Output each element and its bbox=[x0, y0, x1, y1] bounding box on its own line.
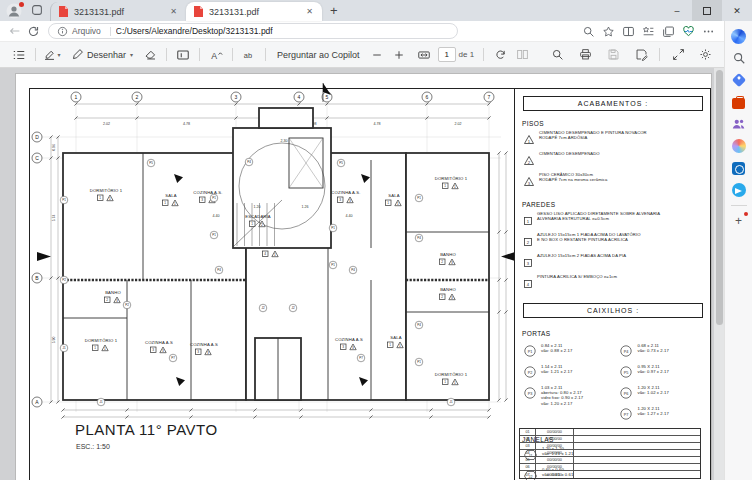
ask-copilot-button[interactable]: Perguntar ao Copilot bbox=[277, 50, 360, 60]
parede-item-3: 3AZULEJO 15x15cm 2 FIADAS ACIMA DA PIA bbox=[524, 253, 704, 271]
sidebar-search-icon[interactable] bbox=[729, 48, 749, 68]
refresh-icon[interactable] bbox=[24, 23, 42, 39]
svg-text:2.02: 2.02 bbox=[103, 122, 110, 126]
sidebar-customize-icon[interactable]: + bbox=[729, 211, 749, 231]
parede-item-1-icon: 1 bbox=[524, 211, 532, 229]
revision-date: 00/00/00 bbox=[536, 436, 574, 442]
svg-text:2: 2 bbox=[441, 260, 443, 264]
edge-sidebar: + bbox=[724, 21, 752, 480]
tab-close-icon[interactable]: ✕ bbox=[167, 6, 180, 17]
favorites-bar-icon[interactable] bbox=[638, 23, 658, 39]
svg-text:4.78: 4.78 bbox=[374, 122, 381, 126]
find-search-icon[interactable] bbox=[578, 23, 598, 39]
vertical-scrollbar[interactable] bbox=[714, 68, 724, 480]
draw-button[interactable]: Desenhar ▾ bbox=[71, 46, 133, 64]
parede-item-4-icon: 4 bbox=[524, 274, 532, 292]
svg-text:DORMITÓRIO 1: DORMITÓRIO 1 bbox=[435, 372, 468, 377]
page-view-icon[interactable] bbox=[513, 46, 531, 64]
svg-text:2.30: 2.30 bbox=[281, 139, 288, 143]
svg-text:P7: P7 bbox=[171, 356, 175, 360]
table-of-contents-icon[interactable] bbox=[10, 46, 28, 64]
zoom-out-icon[interactable] bbox=[368, 46, 386, 64]
translate-icon[interactable]: ab bbox=[240, 46, 258, 64]
svg-text:COZINHA A.S: COZINHA A.S bbox=[145, 340, 173, 345]
revision-desc bbox=[574, 457, 700, 463]
add-text-icon[interactable] bbox=[174, 46, 192, 64]
page-number-input[interactable] bbox=[438, 47, 456, 62]
split-screen-icon[interactable] bbox=[618, 23, 638, 39]
tab-close-icon[interactable]: ✕ bbox=[303, 6, 316, 17]
maximize-button[interactable] bbox=[692, 0, 722, 21]
sidebar-copilot-icon[interactable] bbox=[729, 26, 749, 46]
svg-text:P1: P1 bbox=[212, 196, 216, 200]
svg-text:1: 1 bbox=[274, 253, 276, 257]
tab-title: 3213131.pdf bbox=[74, 7, 167, 17]
minimize-button[interactable]: – bbox=[662, 0, 692, 21]
revision-row-3: 0300/00/00 bbox=[520, 443, 700, 450]
svg-text:1.26: 1.26 bbox=[302, 205, 309, 209]
legend-panel: ACABAMENTOS : PISOS 1CIMENTADO DESEMPENA… bbox=[514, 88, 711, 480]
address-bar-row: Arquivo C:/Users/Alexandre/Desktop/32131… bbox=[0, 21, 724, 42]
page-info-icon[interactable] bbox=[57, 26, 68, 37]
svg-text:5.74: 5.74 bbox=[52, 215, 56, 222]
svg-text:BANHO: BANHO bbox=[105, 290, 121, 295]
svg-text:2: 2 bbox=[441, 295, 443, 299]
zoom-in-icon[interactable] bbox=[390, 46, 408, 64]
svg-text:1: 1 bbox=[527, 219, 530, 224]
sidebar-outlook-icon[interactable] bbox=[729, 158, 749, 178]
svg-text:3: 3 bbox=[162, 349, 164, 353]
svg-text:P2: P2 bbox=[62, 278, 66, 282]
revision-code: 06 bbox=[520, 464, 536, 470]
sidebar-microsoft-365-icon[interactable] bbox=[729, 92, 749, 112]
svg-text:P4: P4 bbox=[417, 323, 421, 327]
tab-2[interactable]: 3213131.pdf✕ bbox=[186, 2, 322, 21]
save-icon[interactable] bbox=[604, 46, 622, 64]
piso-item-1-icon: 1 bbox=[524, 130, 534, 148]
page-count-label: de 1 bbox=[459, 50, 475, 59]
svg-text:J1: J1 bbox=[99, 400, 103, 404]
read-aloud-icon[interactable]: A bbox=[207, 46, 225, 64]
sidebar-people-icon[interactable] bbox=[729, 114, 749, 134]
svg-text:1: 1 bbox=[528, 139, 531, 144]
svg-text:P6: P6 bbox=[624, 392, 629, 396]
tab-1[interactable]: 3213131.pdf✕ bbox=[50, 2, 186, 21]
piso-item-1: 1CIMENTADO DESEMPENADO E PINTURA NOVACOR… bbox=[524, 130, 704, 148]
revision-date: 00/00/00 bbox=[536, 457, 574, 463]
parede-item-4-text: PINTURA ACRÍLICA S/ EMBOÇO e=1cm bbox=[537, 274, 617, 279]
sidebar-drop-icon[interactable] bbox=[729, 180, 749, 200]
search-document-icon[interactable] bbox=[548, 46, 566, 64]
url-scheme-label: Arquivo bbox=[72, 26, 101, 36]
highlighter-icon[interactable]: ▾ bbox=[43, 46, 61, 64]
parede-item-1: 1GESSO LISO APLICADO DIRETAMENTE SOBRE A… bbox=[524, 211, 704, 229]
print-icon[interactable] bbox=[576, 46, 594, 64]
revision-code: 05 bbox=[520, 457, 536, 463]
browser-essentials-icon[interactable] bbox=[678, 23, 698, 39]
close-button[interactable]: ✕ bbox=[722, 0, 752, 21]
svg-text:2.02: 2.02 bbox=[455, 122, 462, 126]
eraser-icon[interactable] bbox=[141, 46, 159, 64]
fit-to-width-icon[interactable] bbox=[415, 46, 433, 64]
pdf-settings-gear-icon[interactable] bbox=[696, 46, 714, 64]
svg-text:J2: J2 bbox=[291, 306, 295, 310]
save-as-icon[interactable] bbox=[632, 46, 650, 64]
svg-text:4: 4 bbox=[264, 252, 266, 256]
tab-search-icon[interactable] bbox=[30, 3, 46, 19]
settings-more-icon[interactable] bbox=[698, 23, 718, 39]
favorites-star-icon[interactable] bbox=[598, 23, 618, 39]
profile-avatar[interactable] bbox=[6, 3, 22, 19]
rotate-icon[interactable] bbox=[491, 46, 509, 64]
back-icon[interactable] bbox=[6, 23, 24, 39]
scrollbar-thumb[interactable] bbox=[716, 70, 723, 325]
svg-text:P7: P7 bbox=[624, 413, 629, 417]
revision-row-1: 0100/00/00 bbox=[520, 429, 700, 436]
sidebar-designer-icon[interactable] bbox=[729, 136, 749, 156]
svg-text:P1: P1 bbox=[417, 196, 421, 200]
fullscreen-icon[interactable] bbox=[669, 46, 687, 64]
collections-icon[interactable] bbox=[658, 23, 678, 39]
svg-text:3: 3 bbox=[451, 261, 453, 265]
sidebar-shopping-icon[interactable] bbox=[729, 70, 749, 90]
revision-row-6: 0600/00/00 bbox=[520, 464, 700, 471]
svg-text:3: 3 bbox=[116, 299, 118, 303]
address-pill[interactable]: Arquivo C:/Users/Alexandre/Desktop/32131… bbox=[48, 23, 458, 39]
new-tab-button[interactable]: + bbox=[322, 3, 346, 18]
